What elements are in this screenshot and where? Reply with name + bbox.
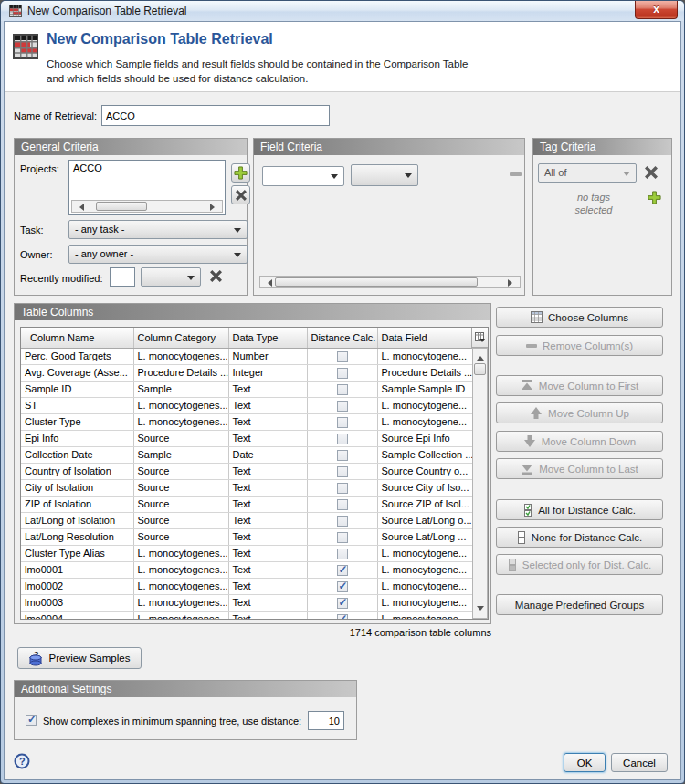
svg-text:?: ? [19,756,26,767]
column-header-data-type[interactable]: Data Type [228,328,307,348]
add-tag-icon[interactable] [648,191,661,204]
owner-label: Owner: [20,249,52,260]
table-row[interactable]: Perc. Good TargetsL. monocytogenes...Num… [21,348,473,364]
chevron-down-icon [405,173,412,182]
name-of-retrieval-input[interactable] [101,105,330,126]
scroll-right-icon[interactable] [508,279,516,287]
column-header-category[interactable]: Column Category [133,328,228,348]
distance-calc-checkbox[interactable] [337,581,348,592]
table-row[interactable]: Collection DateSampleDateSample Collecti… [21,446,473,463]
table-row[interactable]: lmo0002L. monocytogenes...TextL. monocyt… [21,578,473,594]
projects-label: Projects: [20,163,59,174]
choose-columns-button[interactable]: Choose Columns [496,307,663,328]
show-complexes-checkbox[interactable] [26,715,37,726]
remove-project-button[interactable] [231,185,250,204]
scrollbar-thumb[interactable] [275,277,478,287]
owner-combobox[interactable]: - any owner - [68,245,248,264]
table-row[interactable]: City of IsolationSourceTextSource City o… [21,479,473,496]
distance-calc-checkbox[interactable] [337,598,348,609]
move-column-last-button[interactable]: Move Column to Last [496,458,663,479]
minus-icon [526,344,537,348]
distance-calc-checkbox[interactable] [337,499,348,510]
add-project-button[interactable] [231,163,250,183]
scroll-left-icon[interactable] [76,204,84,211]
table-row[interactable]: Sample IDSampleTextSample Sample ID [21,381,473,397]
close-button[interactable]: x [635,1,678,19]
none-for-distance-button[interactable]: None for Distance Calc. [496,527,663,548]
distance-calc-checkbox[interactable] [337,516,348,527]
table-row[interactable]: lmo0003L. monocytogenes...TextL. monocyt… [21,594,473,611]
distance-calc-checkbox[interactable] [337,565,348,576]
task-combobox[interactable]: - any task - [68,220,248,239]
all-unchecked-icon [517,530,526,545]
table-row[interactable]: Epi InfoSourceTextSource Epi Info [21,430,473,446]
table-row[interactable]: Lat/Long of IsolationSourceTextSource La… [21,512,473,528]
distance-calc-checkbox[interactable] [337,614,348,620]
distance-calc-checkbox[interactable] [337,549,348,559]
distance-value-input[interactable] [308,711,344,730]
table-row[interactable]: Country of IsolationSourceTextSource Cou… [21,463,473,479]
column-header-name[interactable]: Column Name [21,328,133,348]
scroll-left-icon[interactable] [264,279,272,287]
scroll-down-icon[interactable] [477,606,484,614]
name-of-retrieval-label: Name of Retrieval: [14,110,97,121]
manage-predefined-groups-button[interactable]: Manage Predefined Groups [496,594,663,615]
distance-calc-checkbox[interactable] [337,401,348,412]
scroll-up-icon[interactable] [477,352,484,361]
distance-calc-checkbox[interactable] [337,483,348,494]
column-header-data-field[interactable]: Data Field [377,328,473,348]
field-criteria-title: Field Criteria [254,139,524,155]
distance-calc-checkbox[interactable] [337,434,348,444]
recently-modified-unit-combobox[interactable] [141,267,201,287]
table-row[interactable]: Avg. Coverage (Asse...Procedure Details … [21,364,473,381]
column-header-distance-calc[interactable]: Distance Calc. [307,328,377,348]
ok-button[interactable]: OK [564,753,606,772]
move-column-down-button[interactable]: Move Column Down [496,431,663,452]
preview-samples-button[interactable]: ? Preview Samples [17,647,142,669]
table-row[interactable]: lmo0001L. monocytogenes...TextL. monocyt… [21,561,473,578]
table-vertical-scrollbar[interactable] [472,348,488,619]
distance-calc-checkbox[interactable] [337,368,348,379]
remove-field-criterion-icon[interactable] [510,172,522,176]
arrow-up-icon [530,407,543,419]
help-icon[interactable]: ? [14,753,30,769]
distance-calc-checkbox[interactable] [337,450,348,461]
distance-calc-checkbox[interactable] [337,466,348,477]
task-label: Task: [20,225,44,235]
table-row[interactable]: ZIP of IsolationSourceTextSource ZIP of … [21,496,473,512]
cancel-button[interactable]: Cancel [611,753,668,772]
clear-recently-modified-icon[interactable] [210,270,222,282]
clear-tags-icon[interactable] [645,166,658,179]
task-value: - any task - [75,224,124,235]
distance-calc-checkbox[interactable] [337,532,348,543]
no-tags-message: no tags selected [546,191,641,216]
distance-calc-checkbox[interactable] [337,417,348,428]
window-title: New Comparison Table Retrieval [27,5,187,17]
move-column-first-button[interactable]: Move Column to First [496,375,663,396]
tag-mode-combobox[interactable]: All of [538,163,637,183]
move-column-up-button[interactable]: Move Column Up [496,402,663,423]
field-criteria-operator-combobox[interactable] [351,164,418,186]
distance-calc-checkbox[interactable] [337,384,348,395]
table-row[interactable]: Cluster TypeL. monocytogenes...TextL. mo… [21,413,473,430]
scrollbar-thumb[interactable] [474,363,486,375]
additional-settings-title: Additional Settings [15,681,356,697]
projects-horizontal-scrollbar[interactable] [71,200,223,213]
move-to-first-icon [521,380,533,392]
selected-only-distance-button[interactable]: Selected only for Dist. Calc. [496,554,663,575]
recently-modified-input[interactable] [110,267,135,287]
table-row[interactable]: lmo0004L. monocytogenes...TextL. monocyt… [21,611,473,620]
column-chooser-button[interactable] [471,328,488,348]
all-for-distance-button[interactable]: All for Distance Calc. [496,499,663,520]
scroll-right-icon[interactable] [210,204,218,211]
field-criteria-field-combobox[interactable] [262,166,344,186]
table-row[interactable]: Lat/Long ResolutionSourceTextSource Lat/… [21,528,473,545]
table-row[interactable]: STL. monocytogenes...TextL. monocytogene… [21,397,473,413]
scrollbar-thumb[interactable] [96,202,147,211]
field-criteria-horizontal-scrollbar[interactable] [259,276,521,288]
remove-columns-button[interactable]: Remove Column(s) [496,335,663,356]
table-columns-group: Table Columns Column Name Column Categor… [14,303,491,624]
distance-calc-checkbox[interactable] [337,351,348,362]
projects-list[interactable]: ACCO [68,160,226,215]
table-row[interactable]: Cluster Type AliasL. monocytogenes...Tex… [21,545,473,561]
